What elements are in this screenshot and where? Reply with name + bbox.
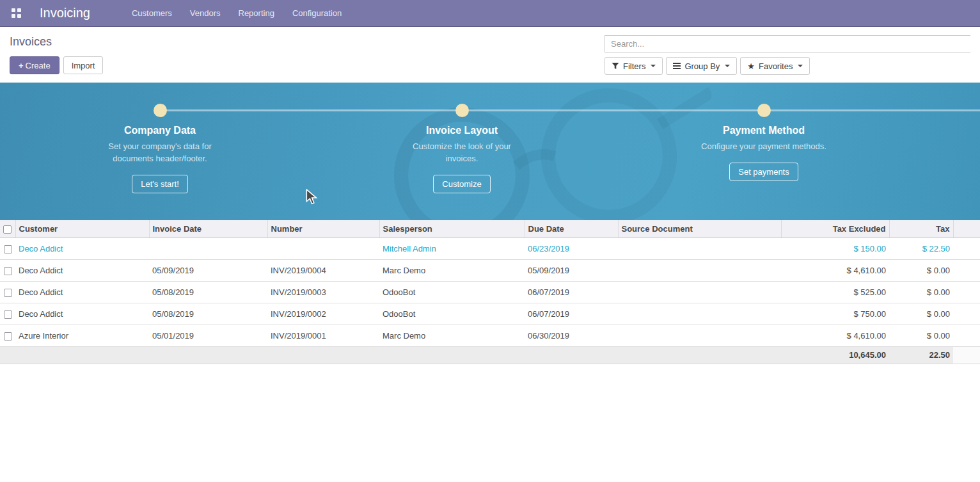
- cell-customer[interactable]: Deco Addict: [15, 281, 149, 303]
- app-title[interactable]: Invoicing: [40, 6, 90, 20]
- create-button[interactable]: +Create: [10, 56, 59, 74]
- star-icon: ★: [747, 62, 755, 70]
- invoice-list-table: Customer Invoice Date Number Salesperson…: [0, 220, 980, 364]
- row-checkbox[interactable]: [4, 267, 12, 275]
- navbar-menus: Customers Vendors Reporting Configuratio…: [126, 4, 347, 22]
- cell-invoice-date[interactable]: 05/09/2019: [149, 259, 267, 281]
- favorites-label: Favorites: [759, 61, 793, 71]
- plus-icon: +: [19, 61, 24, 70]
- cell-customer[interactable]: Azure Interior: [15, 325, 149, 346]
- step-dot-icon: [154, 104, 167, 117]
- row-checkbox[interactable]: [4, 289, 12, 297]
- total-tax-excluded: 10,645.00: [781, 346, 889, 364]
- row-checkbox[interactable]: [4, 332, 12, 341]
- apps-grid-icon[interactable]: [8, 5, 24, 22]
- column-header-spacer: [953, 220, 980, 237]
- cell-due-date[interactable]: 06/07/2019: [525, 303, 618, 325]
- cell-due-date[interactable]: 06/30/2019: [525, 325, 618, 346]
- column-header-salesperson[interactable]: Salesperson: [379, 220, 525, 237]
- step-title: Payment Method: [723, 125, 805, 136]
- total-tax: 22.50: [889, 346, 953, 364]
- table-row[interactable]: Azure Interior 05/01/2019 INV/2019/0001 …: [0, 325, 980, 346]
- cell-invoice-date[interactable]: [149, 237, 267, 259]
- cell-number[interactable]: INV/2019/0001: [267, 325, 379, 346]
- cell-number[interactable]: INV/2019/0004: [267, 259, 379, 281]
- cell-tax[interactable]: $ 0.00: [889, 303, 953, 325]
- column-header-number[interactable]: Number: [267, 220, 379, 237]
- cell-customer[interactable]: Deco Addict: [15, 303, 149, 325]
- table-totals-row: 10,645.00 22.50: [0, 346, 980, 364]
- top-navbar: Invoicing Customers Vendors Reporting Co…: [0, 0, 980, 27]
- search-input[interactable]: [605, 35, 970, 52]
- cell-number[interactable]: [267, 237, 379, 259]
- cell-customer[interactable]: Deco Addict: [15, 259, 149, 281]
- cell-due-date[interactable]: 06/23/2019: [525, 237, 618, 259]
- menu-configuration[interactable]: Configuration: [287, 4, 347, 22]
- cell-due-date[interactable]: 06/07/2019: [525, 281, 618, 303]
- onboarding-banner: Company Data Set your company's data for…: [0, 83, 980, 220]
- onboarding-step-invoice-layout: Invoice Layout Customize the look of you…: [366, 104, 558, 193]
- chevron-down-icon: [651, 65, 656, 67]
- cell-salesperson[interactable]: Marc Demo: [379, 259, 525, 281]
- group-by-label: Group By: [684, 61, 720, 71]
- table-row[interactable]: Deco Addict 05/09/2019 INV/2019/0004 Mar…: [0, 259, 980, 281]
- cell-number[interactable]: INV/2019/0003: [267, 281, 379, 303]
- cell-tax[interactable]: $ 0.00: [889, 259, 953, 281]
- column-header-invoice-date[interactable]: Invoice Date: [149, 220, 267, 237]
- filters-label: Filters: [623, 61, 645, 71]
- table-row[interactable]: Deco Addict 05/08/2019 INV/2019/0002 Odo…: [0, 303, 980, 325]
- cell-tax[interactable]: $ 0.00: [889, 325, 953, 346]
- chevron-down-icon: [725, 65, 730, 67]
- cell-number[interactable]: INV/2019/0002: [267, 303, 379, 325]
- cell-source-document[interactable]: [618, 325, 781, 346]
- table-row[interactable]: Deco Addict 05/08/2019 INV/2019/0003 Odo…: [0, 281, 980, 303]
- cell-source-document[interactable]: [618, 281, 781, 303]
- step-title: Company Data: [124, 125, 196, 136]
- column-header-due-date[interactable]: Due Date: [525, 220, 618, 237]
- onboarding-step-payment-method: Payment Method Configure your payment me…: [668, 104, 860, 181]
- row-checkbox[interactable]: [4, 245, 12, 253]
- cell-invoice-date[interactable]: 05/08/2019: [149, 281, 267, 303]
- cell-tax-excluded[interactable]: $ 750.00: [781, 303, 889, 325]
- column-header-customer[interactable]: Customer: [15, 220, 149, 237]
- menu-reporting[interactable]: Reporting: [233, 4, 280, 22]
- cell-salesperson[interactable]: Marc Demo: [379, 325, 525, 346]
- cell-tax[interactable]: $ 22.50: [889, 237, 953, 259]
- cell-tax-excluded[interactable]: $ 150.00: [781, 237, 889, 259]
- set-payments-button[interactable]: Set payments: [729, 163, 798, 181]
- cell-customer[interactable]: Deco Addict: [15, 237, 149, 259]
- cell-salesperson[interactable]: OdooBot: [379, 303, 525, 325]
- step-dot-icon: [455, 104, 469, 117]
- import-button[interactable]: Import: [63, 56, 104, 74]
- onboarding-step-company-data: Company Data Set your company's data for…: [64, 104, 256, 193]
- cell-due-date[interactable]: 05/09/2019: [525, 259, 618, 281]
- column-header-tax-excluded[interactable]: Tax Excluded: [781, 220, 889, 237]
- list-icon: [673, 63, 681, 69]
- table-row[interactable]: Deco Addict Mitchell Admin 06/23/2019 $ …: [0, 237, 980, 259]
- cell-tax-excluded[interactable]: $ 525.00: [781, 281, 889, 303]
- cell-source-document[interactable]: [618, 303, 781, 325]
- cell-invoice-date[interactable]: 05/08/2019: [149, 303, 267, 325]
- customize-button[interactable]: Customize: [433, 175, 490, 193]
- group-by-dropdown-button[interactable]: Group By: [666, 57, 737, 75]
- cell-tax-excluded[interactable]: $ 4,610.00: [781, 259, 889, 281]
- lets-start-button[interactable]: Let's start!: [132, 175, 188, 193]
- favorites-dropdown-button[interactable]: ★ Favorites: [740, 57, 810, 75]
- step-title: Invoice Layout: [426, 125, 498, 136]
- filter-icon: [612, 62, 619, 70]
- column-header-source-document[interactable]: Source Document: [618, 220, 781, 237]
- cell-salesperson[interactable]: OdooBot: [379, 281, 525, 303]
- chevron-down-icon: [798, 65, 803, 67]
- cell-invoice-date[interactable]: 05/01/2019: [149, 325, 267, 346]
- row-checkbox[interactable]: [4, 310, 12, 319]
- cell-source-document[interactable]: [618, 259, 781, 281]
- menu-vendors[interactable]: Vendors: [184, 4, 226, 22]
- filters-dropdown-button[interactable]: Filters: [605, 57, 663, 75]
- select-all-checkbox[interactable]: [3, 225, 12, 234]
- cell-salesperson[interactable]: Mitchell Admin: [379, 237, 525, 259]
- column-header-tax[interactable]: Tax: [889, 220, 953, 237]
- cell-source-document[interactable]: [618, 237, 781, 259]
- cell-tax-excluded[interactable]: $ 4,610.00: [781, 325, 889, 346]
- cell-tax[interactable]: $ 0.00: [889, 281, 953, 303]
- menu-customers[interactable]: Customers: [126, 4, 178, 22]
